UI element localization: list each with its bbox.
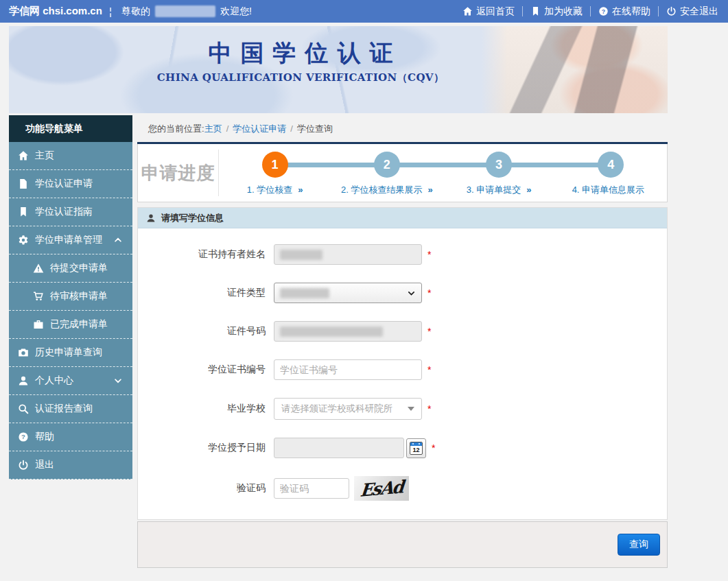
sidebar-item-label: 已完成申请单: [50, 318, 108, 331]
sidebar-item-pending-submit[interactable]: 待提交申请单: [9, 254, 132, 283]
topbar-separator: [590, 6, 591, 16]
sidebar-item-application-management[interactable]: 学位申请单管理: [9, 226, 132, 254]
dropdown-triangle-icon: [408, 407, 414, 411]
sidebar-item-logout[interactable]: 退出: [9, 451, 132, 479]
camera-icon: [18, 347, 29, 358]
progress-step-2: 2 2. 学位核查结果展示»: [331, 152, 443, 202]
topbar-link-favorite[interactable]: 加为收藏: [530, 5, 583, 18]
sidebar-item-pending-review[interactable]: 待审核申请单: [9, 283, 132, 311]
svg-text:?: ?: [21, 433, 25, 440]
award-date-field: [274, 438, 404, 458]
step-arrow: »: [298, 185, 303, 195]
step-label-text: 3. 申请单提交: [467, 185, 521, 195]
sidebar-item-personal-center[interactable]: 个人中心: [9, 367, 132, 395]
topbar-link-home[interactable]: 返回首页: [462, 5, 515, 18]
greeting: 尊敬的 欢迎您!: [121, 5, 252, 18]
calendar-icon-day: 12: [410, 446, 422, 454]
required-asterisk: *: [427, 403, 431, 414]
step-circle: 2: [374, 152, 400, 178]
required-asterisk: *: [427, 326, 431, 337]
step-label: 2. 学位核查结果展示»: [341, 184, 433, 196]
breadcrumb: 您的当前位置:主页/学位认证申请/学位查询: [137, 115, 668, 144]
banner-title: 中国学位认证: [9, 38, 592, 69]
degree-info-form: 请填写学位信息 证书持有者姓名 * 证件类型 *: [137, 207, 668, 520]
user-icon: [18, 375, 29, 386]
breadcrumb-current: 学位查询: [297, 123, 333, 134]
captcha-input[interactable]: [274, 478, 349, 499]
cart-icon: [33, 291, 44, 302]
date-picker-button[interactable]: 12: [406, 438, 426, 458]
power-icon: [666, 6, 677, 16]
breadcrumb-link-degree-application[interactable]: 学位认证申请: [233, 123, 286, 134]
sidebar-item-history-query[interactable]: 历史申请单查询: [9, 339, 132, 367]
sidebar-item-label: 待提交申请单: [50, 262, 108, 274]
sidebar-item-help[interactable]: ? 帮助: [9, 423, 132, 451]
sidebar-item-degree-guide[interactable]: 学位认证指南: [9, 198, 132, 226]
chevron-down-icon: [113, 376, 123, 386]
home-icon: [18, 150, 29, 161]
form-row-captcha: 验证码 EsAd: [138, 476, 667, 501]
query-submit-button[interactable]: 查询: [618, 534, 660, 556]
sidebar-nav: 功能导航菜单 主页 学位认证申请 学位认证指南 学位申请单管理 待提交申请单: [9, 115, 132, 479]
field-label: 验证码: [138, 482, 274, 495]
form-section-header: 请填写学位信息: [138, 208, 667, 228]
briefcase-icon: [33, 319, 44, 330]
form-row-award-date: 学位授予日期 12 *: [138, 438, 667, 458]
required-asterisk: *: [432, 442, 435, 453]
breadcrumb-separator: /: [226, 123, 229, 134]
school-placeholder: 请选择颁证学校或科研院所: [281, 403, 392, 415]
calendar-icon: 12: [410, 442, 423, 455]
redacted-username: [155, 5, 215, 17]
id-number-field: [274, 321, 422, 342]
redacted-value: [280, 327, 383, 337]
certificate-number-input[interactable]: [274, 359, 422, 380]
step-label-text: 4. 申请单信息展示: [572, 185, 644, 195]
school-combobox[interactable]: 请选择颁证学校或科研院所: [274, 398, 422, 420]
sidebar-item-label: 学位认证指南: [35, 206, 93, 218]
sidebar-item-completed[interactable]: 已完成申请单: [9, 311, 132, 339]
home-icon: [462, 6, 473, 16]
step-arrow: »: [427, 185, 432, 195]
sidebar-item-label: 历史申请单查询: [35, 346, 102, 359]
sidebar-item-label: 学位申请单管理: [35, 234, 102, 246]
step-label: 3. 申请单提交»: [467, 184, 532, 196]
gear-icon: [18, 235, 29, 246]
field-label: 证书持有者姓名: [138, 248, 274, 261]
captcha-image[interactable]: EsAd: [354, 476, 409, 501]
progress-step-3: 3 3. 申请单提交»: [443, 152, 555, 202]
redacted-value: [280, 250, 322, 260]
progress-steps: 1 1. 学位核查» 2 2. 学位核查结果展示» 3 3. 申请单提交» 4 …: [219, 144, 667, 202]
breadcrumb-link-home[interactable]: 主页: [204, 123, 222, 134]
greeting-suffix: 欢迎您!: [220, 5, 252, 18]
required-asterisk: *: [427, 364, 431, 375]
topbar-link-label: 在线帮助: [612, 5, 650, 18]
help-circle-icon: ?: [18, 431, 29, 442]
progress-step-1: 1 1. 学位核查»: [219, 152, 331, 202]
bookmark-icon: [18, 206, 29, 217]
step-label-text: 2. 学位核查结果展示: [341, 185, 422, 195]
step-label: 1. 学位核查»: [247, 184, 303, 196]
topbar-separator: [522, 6, 523, 16]
topbar-link-online-help[interactable]: ? 在线帮助: [598, 5, 650, 18]
banner-text: 中国学位认证 CHINA QUALIFICATION VERIFICATION（…: [9, 38, 592, 84]
form-row-school: 毕业学校 请选择颁证学校或科研院所 *: [138, 398, 667, 420]
sidebar-item-label: 帮助: [35, 431, 54, 443]
sidebar-item-report-query[interactable]: 认证报告查询: [9, 395, 132, 423]
field-label: 证件号码: [138, 325, 274, 337]
progress-step-4: 4 4. 申请单信息展示: [555, 152, 667, 202]
breadcrumb-separator: /: [290, 123, 293, 134]
topbar-link-logout[interactable]: 安全退出: [666, 5, 718, 18]
chevron-up-icon: [113, 235, 123, 245]
form-section-title: 请填写学位信息: [161, 212, 224, 224]
site-brand[interactable]: 学信网 chsi.com.cn: [9, 5, 102, 18]
banner-subtitle: CHINA QUALIFICATION VERIFICATION（CQV）: [9, 71, 592, 84]
progress-title: 申请进度: [138, 150, 219, 196]
sidebar-item-home[interactable]: 主页: [9, 142, 132, 170]
sidebar-item-label: 待审核申请单: [50, 290, 108, 303]
form-body: 证书持有者姓名 * 证件类型 * 证件号码: [138, 228, 667, 519]
topbar-link-label: 安全退出: [680, 5, 718, 18]
warning-icon: [33, 263, 44, 274]
sidebar-item-degree-application[interactable]: 学位认证申请: [9, 170, 132, 198]
id-type-select[interactable]: [274, 283, 422, 303]
banner: 中国学位认证 CHINA QUALIFICATION VERIFICATION（…: [9, 26, 668, 113]
